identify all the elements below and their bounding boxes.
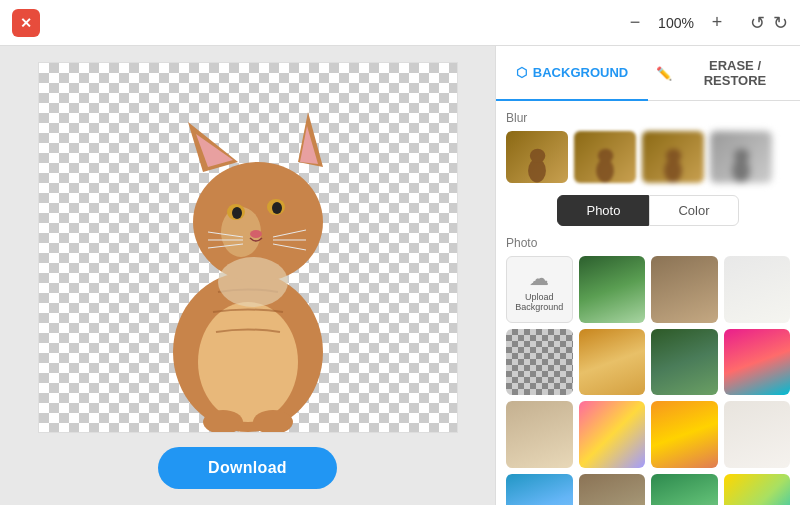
tab-background-label: BACKGROUND bbox=[533, 65, 628, 80]
history-buttons: ↺ ↻ bbox=[750, 12, 788, 34]
zoom-value: 100% bbox=[656, 15, 696, 31]
svg-point-23 bbox=[530, 149, 545, 163]
canvas-area: Download bbox=[0, 46, 495, 505]
photo-thumb-pink-splash[interactable] bbox=[724, 329, 791, 396]
photo-thumb-desert[interactable] bbox=[579, 329, 646, 396]
photo-thumb-corridor[interactable] bbox=[651, 256, 718, 323]
photo-toggle-button[interactable]: Photo bbox=[557, 195, 649, 226]
zoom-controls: − 100% + bbox=[622, 10, 730, 36]
photo-thumb-rainbow-gradient[interactable] bbox=[724, 474, 791, 506]
svg-point-21 bbox=[218, 257, 288, 307]
svg-point-12 bbox=[250, 230, 262, 238]
minus-icon: − bbox=[630, 12, 641, 33]
photo-thumb-white-brick[interactable] bbox=[724, 401, 791, 468]
blur-thumb-1[interactable] bbox=[574, 131, 636, 183]
download-button[interactable]: Download bbox=[158, 447, 337, 489]
tab-erase-label: ERASE / RESTORE bbox=[678, 58, 792, 88]
blur-thumb-0[interactable] bbox=[506, 131, 568, 183]
toolbar: ✕ − 100% + ↺ ↻ bbox=[0, 0, 800, 46]
photo-thumb-mountain-sunset[interactable] bbox=[651, 401, 718, 468]
photo-thumb-grid-floor[interactable] bbox=[506, 329, 573, 396]
blur-label: Blur bbox=[506, 111, 790, 125]
undo-icon: ↺ bbox=[750, 12, 765, 34]
panel-content: Blur bbox=[496, 101, 800, 505]
blur-thumb-3[interactable] bbox=[710, 131, 772, 183]
upload-background-button[interactable]: ☁ UploadBackground bbox=[506, 256, 573, 323]
tab-background[interactable]: ⬡ BACKGROUND bbox=[496, 46, 648, 101]
photo-thumb-arch[interactable] bbox=[579, 474, 646, 506]
layers-icon: ⬡ bbox=[516, 65, 527, 80]
close-button[interactable]: ✕ bbox=[12, 9, 40, 37]
svg-point-1 bbox=[198, 302, 298, 422]
photo-section-label: Photo bbox=[506, 236, 790, 250]
upload-icon: ☁ bbox=[529, 266, 549, 290]
photo-thumb-green-nature[interactable] bbox=[651, 474, 718, 506]
panel-tabs: ⬡ BACKGROUND ✏️ ERASE / RESTORE bbox=[496, 46, 800, 101]
blur-thumb-2-cat bbox=[656, 141, 690, 183]
svg-point-11 bbox=[272, 202, 282, 214]
upload-label: UploadBackground bbox=[515, 292, 563, 312]
photo-thumb-light[interactable] bbox=[724, 256, 791, 323]
photo-color-toggle: Photo Color bbox=[506, 195, 790, 226]
zoom-out-button[interactable]: − bbox=[622, 10, 648, 36]
redo-icon: ↻ bbox=[773, 12, 788, 34]
blur-thumb-3-cat bbox=[724, 141, 758, 183]
svg-point-27 bbox=[666, 149, 681, 163]
plus-icon: + bbox=[712, 12, 723, 33]
zoom-in-button[interactable]: + bbox=[704, 10, 730, 36]
svg-point-29 bbox=[734, 149, 749, 163]
undo-button[interactable]: ↺ bbox=[750, 12, 765, 34]
eraser-icon: ✏️ bbox=[656, 66, 672, 81]
color-toggle-button[interactable]: Color bbox=[649, 195, 738, 226]
blur-row bbox=[506, 131, 790, 183]
photo-thumb-teal-cat[interactable] bbox=[506, 474, 573, 506]
cat-image bbox=[128, 92, 368, 432]
redo-button[interactable]: ↻ bbox=[773, 12, 788, 34]
blur-thumb-cat bbox=[520, 141, 554, 183]
download-area: Download bbox=[158, 447, 337, 489]
svg-point-10 bbox=[232, 207, 242, 219]
photo-thumb-forest-cat[interactable] bbox=[651, 329, 718, 396]
blur-thumb-2[interactable] bbox=[642, 131, 704, 183]
svg-point-25 bbox=[598, 149, 613, 163]
photo-grid: ☁ UploadBackground bbox=[506, 256, 790, 505]
right-panel: ⬡ BACKGROUND ✏️ ERASE / RESTORE Blur bbox=[495, 46, 800, 505]
photo-thumb-palm[interactable] bbox=[579, 256, 646, 323]
blur-thumb-1-cat bbox=[588, 141, 622, 183]
close-icon: ✕ bbox=[20, 15, 32, 31]
image-container bbox=[38, 62, 458, 433]
photo-thumb-wall[interactable] bbox=[506, 401, 573, 468]
photo-thumb-colorful-gradient[interactable] bbox=[579, 401, 646, 468]
tab-erase-restore[interactable]: ✏️ ERASE / RESTORE bbox=[648, 46, 800, 100]
main-content: Download ⬡ BACKGROUND ✏️ ERASE / RESTORE… bbox=[0, 46, 800, 505]
